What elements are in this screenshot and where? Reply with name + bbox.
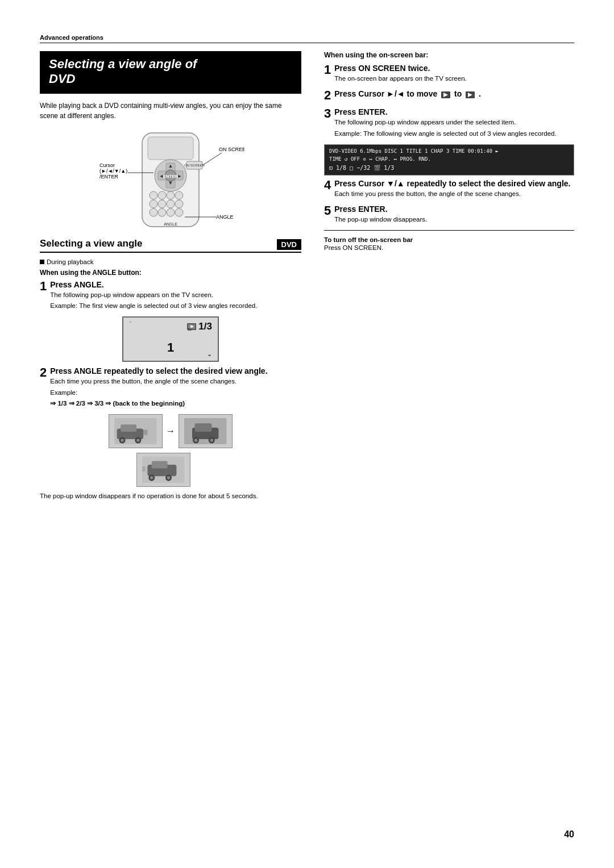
svg-text:▲: ▲ [168,163,173,169]
svg-point-13 [167,191,175,199]
step-1-title: Press ANGLE. [50,280,301,289]
step-onscreen-2: 2 Press Cursor ►/◄ to move to . [324,89,574,102]
svg-point-44 [136,439,140,442]
step-r-5-title: Press ENTER. [334,205,574,214]
to-turn-off-desc: Press ON SCREEN. [324,244,574,251]
svg-point-18 [175,200,183,208]
step-r-number-2: 2 [324,89,331,102]
svg-point-22 [175,208,183,216]
svg-text:►: ► [177,173,182,179]
step-onscreen-4: 4 Press Cursor ▼/▲ repeatedly to select … [324,179,574,199]
step-r-1-desc: The on-screen bar appears on the TV scre… [334,74,574,84]
bar-row2: TIME ↺ OFF ⊙ ↦ CHAP. ↦ PROG. RND. [329,155,569,163]
playback-note: During playback [40,258,301,265]
step-angle-2: 2 Press ANGLE repeatedly to select the d… [40,366,301,408]
step-r-5-desc: The pop-up window disappears. [334,215,574,224]
svg-point-57 [150,476,154,479]
step-r-3-desc: The following pop-up window appears unde… [334,118,574,127]
step-onscreen-1: 1 Press ON SCREEN twice. The on-screen b… [324,64,574,84]
svg-point-16 [158,200,166,208]
arrow-1: → [166,426,175,436]
step-r-number-1: 1 [324,64,331,76]
step-r-1-title: Press ON SCREEN twice. [334,64,574,73]
step-onscreen-3: 3 Press ENTER. The following pop-up wind… [324,107,574,139]
svg-point-21 [167,208,175,216]
step-r-3-example: Example: The following view angle is sel… [334,129,574,139]
step-angle-1: 1 Press ANGLE. The following pop-up wind… [40,280,301,311]
step-r-4-desc: Each time you press the button, the angl… [334,189,574,199]
step-r-number-5: 5 [324,205,331,217]
svg-text:ON SCREEN: ON SCREEN [184,164,205,167]
step-r-3-title: Press ENTER. [334,107,574,116]
section-heading: Selecting a view angle [40,238,301,253]
step-r-number-3: 3 [324,107,331,120]
step-1-desc: The following pop-up window appears on t… [50,290,301,300]
scene-images-row2 [40,453,301,487]
svg-point-42 [121,439,125,442]
svg-point-15 [150,200,157,208]
step-number-2: 2 [40,366,47,379]
svg-point-14 [175,191,183,199]
bottom-note: The pop-up window disappears if no opera… [40,491,301,501]
step-r-number-4: 4 [324,179,331,191]
to-turn-off-label: To turn off the on-screen bar [324,236,574,243]
svg-point-17 [167,200,175,208]
svg-rect-48 [195,423,212,432]
svg-point-50 [194,439,198,442]
step-number-1: 1 [40,280,47,293]
section-header: Advanced operations [40,34,574,43]
step-2-desc: Each time you press the button, the angl… [50,377,301,386]
step-2-title: Press ANGLE repeatedly to select the des… [50,366,301,375]
svg-rect-45 [143,429,147,435]
title-box: Selecting a view angle of DVD [40,51,301,94]
svg-text:▼: ▼ [168,180,173,186]
when-onscreen-label: When using the on-screen bar: [324,51,574,59]
svg-rect-1 [148,137,193,160]
svg-text:ENTER: ENTER [163,174,178,179]
bar-row1: DVD-VIDEO 6.1Mbps DISC 1 TITLE 1 CHAP 3 … [329,147,569,155]
svg-text:ANGLE: ANGLE [164,222,177,226]
svg-text:🎬: 🎬 [188,327,192,331]
when-angle-label: When using the ANGLE button: [40,269,301,277]
svg-point-12 [158,191,166,199]
divider [324,230,574,231]
dvd-badge: DVD [277,239,301,250]
svg-point-19 [150,208,157,216]
step-onscreen-5: 5 Press ENTER. The pop-up window disappe… [324,205,574,224]
remote-diagram: ENTER ▲ ▼ ◄ ► [97,130,244,232]
svg-rect-40 [121,424,137,432]
scene-images-row1: → [40,414,301,448]
page-title: Selecting a view angle of DVD [49,57,292,87]
svg-point-59 [167,476,170,479]
step-r-2-title: Press Cursor ►/◄ to move to . [334,89,574,98]
svg-rect-55 [152,461,168,468]
svg-point-11 [150,191,157,199]
step-1-example: Example: The first view angle is selecte… [50,301,301,311]
to-word: to [454,89,462,98]
svg-point-20 [158,208,166,216]
step-2-example-seq: ⇒ 1/3 ⇒ 2/3 ⇒ 3/3 ⇒ (back to the beginni… [50,399,301,408]
intro-text: While playing back a DVD containing mult… [40,101,301,121]
step-r-4-title: Press Cursor ▼/▲ repeatedly to select th… [334,179,574,188]
svg-point-52 [210,439,214,442]
svg-text:◄: ◄ [159,173,164,179]
angle-popup-display: 🎬 1/3 1 ⌄ ⌃ [40,316,301,362]
onscreen-bar-display: DVD-VIDEO 6.1Mbps DISC 1 TITLE 1 CHAP 3 … [324,144,574,176]
step-2-example-label: Example: [50,388,301,398]
bar-row3: ⊡ 1/8 □ −/32 🎬 1/3 [329,164,569,173]
page-number: 40 [564,829,574,840]
svg-rect-60 [142,466,146,471]
